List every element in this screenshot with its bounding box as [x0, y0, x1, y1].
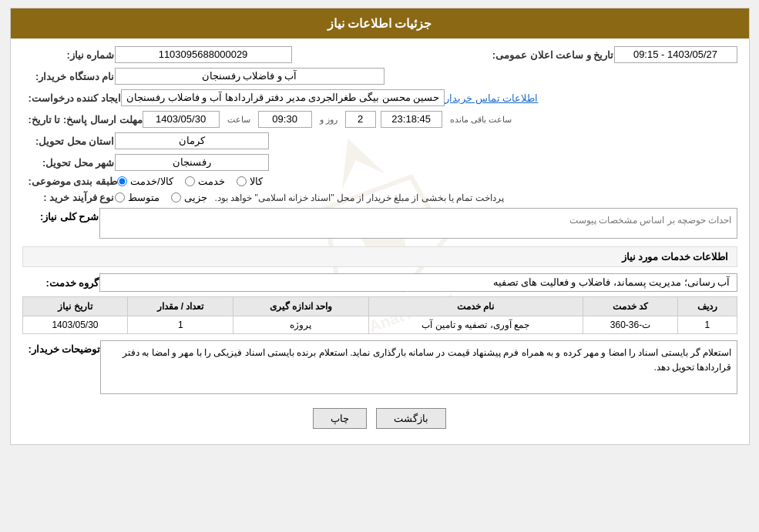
- category-option-1[interactable]: کالا: [237, 176, 263, 187]
- service-group-label: گروه خدمت:: [22, 277, 99, 289]
- need-number-value: 1103095688000029: [115, 46, 292, 63]
- purchase-type-row: نوع فرآیند خرید : متوسط جزیی پرداخت تمام…: [22, 192, 737, 203]
- page-title: جزئیات اطلاعات نیاز: [327, 17, 432, 30]
- deadline-remaining: 23:18:45: [381, 111, 442, 128]
- purchase-type-option-1-label: جزیی: [184, 192, 207, 203]
- purchase-type-radio-2[interactable]: [115, 192, 125, 202]
- category-radio-2[interactable]: [185, 176, 195, 186]
- category-label: طبقه بندی موضوعی:: [22, 176, 118, 187]
- purchase-type-note: پرداخت تمام یا بخشی از مبلغ خریدار از مح…: [215, 192, 504, 203]
- announce-datetime-label: تاریخ و ساعت اعلان عمومی:: [486, 49, 614, 61]
- category-option-3-label: کالا/خدمت: [130, 176, 173, 187]
- creator-label: ایجاد کننده درخواست:: [22, 92, 122, 104]
- category-radio-3[interactable]: [117, 176, 127, 186]
- description-section: شرح کلی نیاز: احداث حوضچه بر اساس مشخصات…: [22, 208, 737, 239]
- description-box: احداث حوضچه بر اساس مشخصات پیوست: [99, 208, 737, 239]
- cell-date: 1403/05/30: [22, 316, 128, 334]
- deadline-time: 09:30: [258, 111, 312, 128]
- purchase-type-option-2[interactable]: متوسط: [115, 192, 160, 203]
- province-label: استان محل تحویل:: [22, 136, 115, 147]
- category-option-2-label: خدمت: [198, 176, 225, 187]
- deadline-time-label: ساعت: [227, 115, 250, 125]
- cell-quantity: 1: [128, 316, 233, 334]
- buyer-notes-label: توضیحات خریدار:: [22, 340, 101, 355]
- need-number-label: شماره نیاز:: [22, 49, 115, 61]
- city-label: شهر محل تحویل:: [22, 157, 115, 169]
- city-value: رفسنجان: [115, 154, 269, 171]
- cell-unit: پروژه: [233, 316, 368, 334]
- province-value: کرمان: [115, 132, 269, 149]
- deadline-days: 2: [345, 111, 376, 128]
- need-number-row: شماره نیاز: 1103095688000029 تاریخ و ساع…: [22, 46, 737, 63]
- deadline-day-label: روز و: [320, 115, 338, 125]
- province-row: استان محل تحویل: کرمان: [22, 132, 737, 149]
- description-text: احداث حوضچه بر اساس مشخصات پیوست: [569, 215, 732, 226]
- cell-row-num: 1: [678, 316, 737, 334]
- description-label: شرح کلی نیاز:: [22, 208, 99, 223]
- services-section-title: اطلاعات خدمات مورد نیاز: [22, 246, 737, 267]
- col-header-service-name: نام خدمت: [368, 297, 583, 316]
- table-header-row: ردیف کد خدمت نام خدمت واحد اندازه گیری ت…: [22, 297, 737, 316]
- buyer-notes-text: استعلام گر بایستی اسناد را امضا و مهر کر…: [123, 347, 731, 373]
- cell-service-code: ت-36-360: [583, 316, 677, 334]
- creator-value: حسین محسن بیگی طغرالجردی مدیر دفتر قرارد…: [121, 89, 445, 106]
- purchase-type-option-2-label: متوسط: [128, 192, 160, 203]
- service-group-row: گروه خدمت: آب رسانی؛ مدیریت پسماند، فاضل…: [22, 273, 737, 292]
- buyer-org-label: نام دستگاه خریدار:: [22, 71, 115, 82]
- col-header-row-num: ردیف: [678, 297, 737, 316]
- buyer-notes-section: توضیحات خریدار: استعلام گر بایستی اسناد …: [22, 340, 737, 394]
- deadline-label: مهلت ارسال پاسخ: تا تاریخ:: [22, 114, 143, 125]
- buyer-org-value: آب و فاضلاب رفسنجان: [115, 68, 385, 85]
- purchase-type-radio-1[interactable]: [171, 192, 181, 202]
- buyer-notes-box: استعلام گر بایستی اسناد را امضا و مهر کر…: [100, 340, 737, 394]
- category-option-2[interactable]: خدمت: [185, 176, 225, 187]
- col-header-service-code: کد خدمت: [583, 297, 677, 316]
- cell-service-name: جمع آوری، تصفیه و تامین آب: [368, 316, 583, 334]
- deadline-date: 1403/05/30: [143, 111, 220, 128]
- category-option-1-label: کالا: [250, 176, 263, 187]
- category-row: طبقه بندی موضوعی: کالا/خدمت خدمت کالا: [22, 176, 737, 187]
- deadline-remaining-label: ساعت باقی مانده: [450, 115, 512, 125]
- creator-row: ایجاد کننده درخواست: حسین محسن بیگی طغرا…: [22, 89, 737, 106]
- footer-buttons: بازگشت چاپ: [22, 400, 737, 437]
- service-group-value: آب رسانی؛ مدیریت پسماند، فاضلاب و فعالیت…: [99, 273, 737, 292]
- page-container: AnatTender جزئیات اطلاعات نیاز شماره نیا…: [10, 8, 750, 445]
- category-radio-1[interactable]: [237, 176, 247, 186]
- col-header-quantity: تعداد / مقدار: [128, 297, 233, 316]
- category-radio-group: کالا/خدمت خدمت کالا: [117, 176, 263, 187]
- services-table: ردیف کد خدمت نام خدمت واحد اندازه گیری ت…: [22, 296, 737, 334]
- announce-datetime-value: 1403/05/27 - 09:15: [614, 46, 737, 63]
- col-header-date: تاریخ نیاز: [22, 297, 128, 316]
- contact-link[interactable]: اطلاعات تماس خریدار: [445, 92, 538, 104]
- table-row: 1 ت-36-360 جمع آوری، تصفیه و تامین آب پر…: [22, 316, 737, 334]
- category-option-3[interactable]: کالا/خدمت: [117, 176, 173, 187]
- purchase-type-radio-group: متوسط جزیی: [115, 192, 207, 203]
- page-header: جزئیات اطلاعات نیاز: [11, 8, 749, 38]
- deadline-row: مهلت ارسال پاسخ: تا تاریخ: 1403/05/30 سا…: [22, 111, 737, 128]
- purchase-type-label: نوع فرآیند خرید :: [22, 192, 115, 203]
- buyer-org-row: نام دستگاه خریدار: آب و فاضلاب رفسنجان: [22, 68, 737, 85]
- col-header-unit: واحد اندازه گیری: [233, 297, 368, 316]
- city-row: شهر محل تحویل: رفسنجان: [22, 154, 737, 171]
- back-button[interactable]: بازگشت: [376, 408, 446, 429]
- purchase-type-option-1[interactable]: جزیی: [171, 192, 207, 203]
- print-button[interactable]: چاپ: [313, 408, 367, 429]
